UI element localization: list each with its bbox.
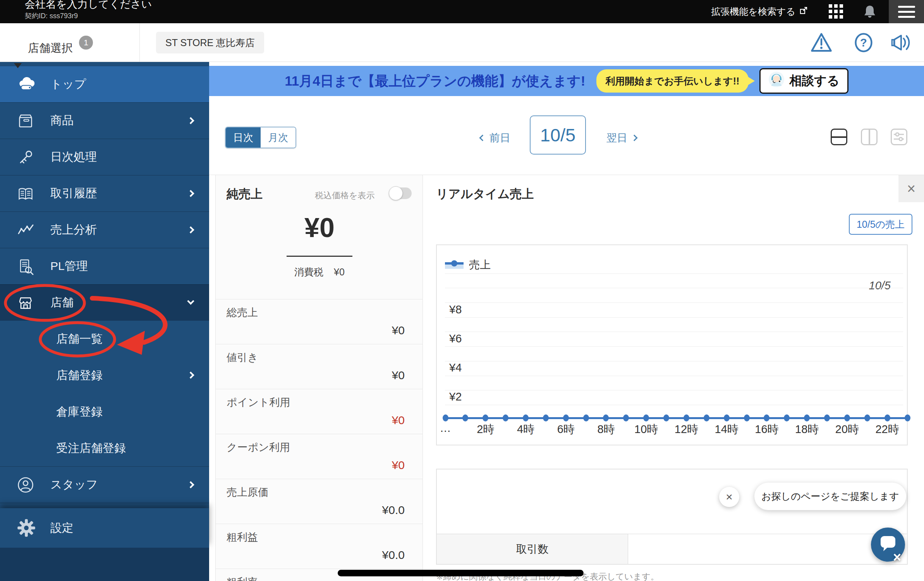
- sidebar-item-top[interactable]: トップ: [0, 66, 209, 102]
- consult-button[interactable]: 相談する: [759, 68, 848, 94]
- chart-gridline: [445, 317, 903, 318]
- help-icon[interactable]: ?: [853, 32, 874, 55]
- notifications-bell-icon[interactable]: [862, 4, 878, 21]
- sidebar-item-pl-management[interactable]: PL管理: [0, 248, 209, 284]
- tax-label: 消費税: [294, 266, 323, 277]
- svg-text:?: ?: [860, 36, 867, 49]
- date-sales-button[interactable]: 10/5の売上: [849, 214, 912, 235]
- sidebar-subitem-label: 受注店舗登録: [56, 440, 126, 456]
- layout-settings-button[interactable]: [891, 129, 907, 145]
- data-point-dot: [663, 414, 669, 421]
- x-axis-tick-label: 18時: [795, 422, 819, 437]
- realtime-sales-title: リアルタイム売上: [436, 186, 534, 202]
- suggestion-close-button[interactable]: ×: [719, 487, 739, 507]
- layout-vertical-split-button[interactable]: [861, 129, 878, 145]
- sidebar-item-settings[interactable]: 設定: [0, 508, 209, 548]
- data-point-dot: [864, 414, 870, 421]
- chevron-right-icon: [187, 226, 194, 233]
- store-select-caret-icon: [14, 63, 22, 68]
- announcements-megaphone-icon[interactable]: [890, 32, 913, 55]
- product-box-icon: [15, 111, 36, 131]
- chevron-left-icon: [479, 135, 486, 141]
- company-name-placeholder[interactable]: 会社名を入力してください: [25, 0, 152, 11]
- data-point-dot: [804, 414, 810, 421]
- layout-horizontal-split-button[interactable]: [831, 129, 847, 145]
- stat-row-coupons-used: クーポン利用¥0: [216, 434, 423, 479]
- sidebar-subitem-label: 店舗登録: [56, 368, 103, 383]
- suggestion-tooltip[interactable]: お探しのページをご提案します: [754, 483, 906, 510]
- chart-gridline: [445, 361, 903, 361]
- tax-toggle-label: 税込価格を表示: [315, 190, 375, 201]
- sidebar-item-products[interactable]: 商品: [0, 102, 209, 139]
- chart-gridline: [445, 405, 903, 405]
- store-count-badge: 1: [79, 36, 93, 50]
- app-grid-icon[interactable]: [828, 3, 844, 21]
- x-axis-tick-label: 8時: [597, 422, 615, 437]
- extensions-search-link[interactable]: 拡張機能を検索する: [711, 5, 808, 18]
- data-point-dot: [623, 414, 629, 421]
- sidebar-item-daily-process[interactable]: 日次処理: [0, 139, 209, 175]
- toggle-knob: [389, 186, 403, 200]
- y-axis-tick-label: ¥8: [449, 303, 462, 316]
- x-axis-tick-label: 14時: [715, 422, 739, 437]
- sidebar-subitem-label: 店舗一覧: [56, 331, 103, 347]
- realtime-sales-panel: リアルタイム売上 × 10/5の売上 売上 10/5 ¥8¥6¥4¥2…2時4時…: [423, 175, 924, 581]
- x-axis-tick-label: 12時: [675, 422, 698, 437]
- data-point-dot: [462, 414, 468, 421]
- stat-row-gross-sales: 総売上¥0: [216, 299, 423, 344]
- selected-store-chip[interactable]: ST STORE 恵比寿店: [156, 32, 264, 53]
- legend-label: 売上: [469, 258, 491, 272]
- chevron-right-icon: [187, 190, 194, 197]
- sidebar-subitem-store-register[interactable]: 店舗登録: [0, 357, 209, 394]
- data-point-dot: [523, 414, 529, 421]
- chevron-down-icon: [187, 297, 194, 304]
- hamburger-menu-button[interactable]: [889, 0, 924, 23]
- promo-banner: 11月4日まで【最上位プランの機能】が使えます! 利用開始までお手伝いします!!…: [209, 66, 924, 96]
- key-icon: [15, 147, 36, 167]
- sidebar-item-store[interactable]: 店舗: [0, 284, 209, 321]
- panel-close-button[interactable]: ×: [898, 175, 924, 202]
- prev-day-button[interactable]: 前日: [480, 131, 510, 145]
- y-axis-tick-label: ¥2: [449, 390, 462, 403]
- sidebar-item-staff[interactable]: スタッフ: [0, 466, 209, 503]
- data-point-dot: [724, 414, 730, 421]
- sidebar-item-label: 日次処理: [50, 149, 97, 165]
- sidebar-item-transactions[interactable]: 取引履歴: [0, 175, 209, 211]
- gear-icon: [16, 518, 36, 538]
- chart-legend[interactable]: 売上: [445, 259, 491, 272]
- table-row: 取引数: [437, 534, 907, 564]
- chart-gridline: [445, 303, 903, 303]
- chat-close-icon[interactable]: ×: [893, 549, 901, 566]
- x-axis-tick-label: 2時: [477, 422, 494, 437]
- sales-chart-plot: 売上 10/5 ¥8¥6¥4¥2…2時4時6時8時10時12時14時16時18時…: [436, 244, 908, 445]
- horizontal-scrollbar[interactable]: [338, 570, 584, 576]
- warning-icon[interactable]: [810, 32, 833, 55]
- sidebar-subitem-warehouse-register[interactable]: 倉庫登録: [0, 394, 209, 430]
- tax-included-toggle[interactable]: [390, 187, 412, 199]
- tab-monthly[interactable]: 月次: [261, 127, 295, 148]
- header-row: 店舗選択 1 ST STORE 恵比寿店 ?: [0, 23, 924, 62]
- stat-row-points-used: ポイント利用¥0: [216, 389, 423, 434]
- sidebar-subitem-store-list[interactable]: 店舗一覧: [0, 321, 209, 357]
- sidebar-item-sales-analysis[interactable]: 売上分析: [0, 211, 209, 248]
- extensions-search-label: 拡張機能を検索する: [711, 5, 795, 18]
- data-point-dot: [543, 414, 549, 421]
- data-point-dot: [784, 414, 790, 421]
- data-point-dot: [704, 414, 709, 421]
- store-select-dropdown[interactable]: 店舗選択: [28, 41, 73, 56]
- x-axis-tick-label: 4時: [517, 422, 534, 437]
- transactions-header-cell: 取引数: [437, 534, 628, 564]
- data-point-dot: [643, 414, 649, 421]
- tab-daily[interactable]: 日次: [226, 127, 261, 148]
- current-date-button[interactable]: 10/5: [530, 115, 586, 155]
- external-link-icon: [799, 6, 808, 17]
- data-point-dot: [684, 414, 689, 421]
- header-divider: [139, 23, 140, 62]
- chevron-right-icon: [631, 135, 638, 141]
- net-sales-title: 純売上: [227, 186, 263, 202]
- promo-bubble: 利用開始までお手伝いします!!: [596, 69, 749, 93]
- next-day-button[interactable]: 翌日: [606, 131, 637, 145]
- sidebar-subitem-order-store-register[interactable]: 受注店舗登録: [0, 430, 209, 466]
- top-bar: 会社名を入力してください 契約ID: sss793r9 拡張機能を検索する: [0, 0, 924, 23]
- data-point-dot: [583, 414, 589, 421]
